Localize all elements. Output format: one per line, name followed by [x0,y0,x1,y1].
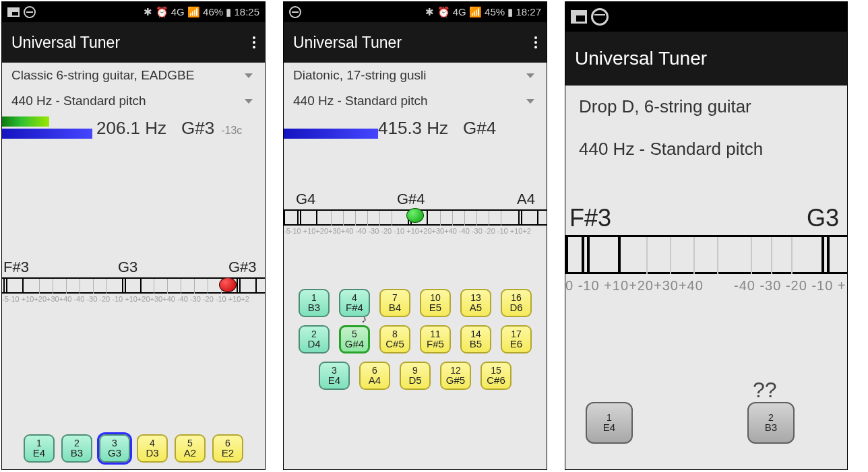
string-chip[interactable]: 2D4 [299,325,330,353]
string-chip[interactable]: 16D6 [501,289,532,317]
strings-row-1: 1B34F#47B410E513A516D6 [284,285,547,321]
chevron-down-icon [526,99,534,104]
scale-mid: G#4 [397,191,425,208]
tuning-scale: G4 G#4 A4 -5-10 +10+20+30+40 -40 -30 -20… [284,191,547,251]
string-chip[interactable]: 2 B3 [747,402,795,444]
string-chip[interactable]: 2B3 [61,434,92,463]
string-chip[interactable]: 15C#6 [480,362,512,390]
image-icon [571,10,587,24]
screen-1: ✱ ⏰ 4G 📶 46% ▮ 18:25 Universal Tuner Cla… [1,1,266,470]
string-chip[interactable]: 10E5 [420,289,451,317]
string-chip[interactable]: 7B4 [379,289,410,317]
chevron-down-icon [245,99,253,104]
dnd-icon [591,8,609,26]
pitch-dropdown[interactable]: 440 Hz - Standard pitch [565,128,847,170]
question-icon: ?? [753,378,777,403]
axis-sub-right: -40 -30 -20 -10 +1 [734,278,848,294]
strings-row: ?? 1 E4 2 B3 [565,382,847,469]
bar-blue [284,129,378,139]
axis-sub-left: 0 -10 +10+20+30+40 [565,278,704,294]
axis-sub: -5-10 +10+20+30+40 -40 -30 -20 -10 +10+2… [2,295,249,303]
pitch-dropdown[interactable]: 440 Hz - Standard pitch [284,88,547,114]
string-chip[interactable]: 3E4 [319,362,350,390]
overflow-menu-icon[interactable] [253,36,255,48]
scale-axis [565,235,847,274]
string-chip[interactable]: 6A4 [359,362,390,390]
strings-row-3: 3E46A49D512G#515C#6 [284,358,547,394]
image-icon [7,7,20,17]
tuning-label: Drop D, 6-string guitar [579,96,751,116]
scale-right: G#3 [228,259,257,276]
status-right: ✱ ⏰ 4G 📶 46% ▮ 18:25 [144,6,259,18]
pitch-label: 440 Hz - Standard pitch [579,139,763,159]
string-chip[interactable]: 3G3 [99,434,130,463]
tuning-label: Diatonic, 17-string gusli [293,68,426,83]
title-bar: Universal Tuner [565,32,847,86]
frequency-readout: 206.1 Hz G#3 -13c [96,118,242,139]
cents-value: -13c [221,125,242,137]
note-value: G#4 [463,118,496,139]
volume-bars: 415.3 Hz G#4 [284,116,547,150]
tuning-scale: F#3 G3 0 -10 +10+20+30+40 -40 -30 -20 -1… [565,204,847,305]
dnd-icon [24,6,36,18]
string-chip[interactable]: 1 E4 [586,402,633,444]
scale-left: F#3 [569,204,611,232]
overflow-menu-icon[interactable] [534,36,537,48]
string-chip[interactable]: 9D5 [400,362,431,390]
pitch-label: 440 Hz - Standard pitch [293,94,428,108]
title-bar: Universal Tuner [284,22,547,63]
chevron-down-icon [526,73,534,78]
string-chip[interactable]: 1E4 [24,434,55,463]
scale-left: F#3 [3,259,29,276]
string-chip[interactable]: 11F#5 [420,325,451,353]
string-chip[interactable]: 13A5 [460,289,491,317]
string-chip[interactable]: 17E6 [501,325,532,353]
status-right: ✱ ⏰ 4G 📶 45% ▮ 18:27 [425,6,541,18]
status-bar: ✱ ⏰ 4G 📶 45% ▮ 18:27 [284,2,547,22]
string-chip[interactable]: 5G#4 [339,325,370,353]
note-value: G#3 [181,118,214,139]
tuning-dropdown[interactable]: Diatonic, 17-string gusli [284,63,547,88]
title-bar: Universal Tuner [2,22,265,63]
pitch-indicator [406,208,424,223]
freq-value: 415.3 Hz [378,118,448,139]
app-title: Universal Tuner [575,48,707,69]
volume-bars: 206.1 Hz G#3 -13c [2,116,265,150]
string-chip[interactable]: 1B3 [299,289,330,317]
scale-right: A4 [517,191,535,208]
axis-sub: -5-10 +10+20+30+40 -40 -30 -20 -10 +10+2… [284,227,531,235]
tuning-label: Classic 6-string guitar, EADGBE [11,68,194,83]
screen-2: ✱ ⏰ 4G 📶 45% ▮ 18:27 Universal Tuner Dia… [283,1,547,470]
bar-blue [2,129,92,139]
dnd-icon [289,6,301,18]
string-chip[interactable]: 5A2 [175,434,206,463]
freq-value: 206.1 Hz [96,118,166,139]
scale-left: G4 [296,191,315,208]
frequency-readout: 415.3 Hz G#4 [378,118,496,139]
string-chip[interactable]: 14B5 [460,325,491,353]
string-chip[interactable]: 8C#5 [379,325,410,353]
pitch-dropdown[interactable]: 440 Hz - Standard pitch [2,88,265,114]
bar-green [2,116,49,127]
scale-right: G3 [807,204,839,232]
screen-3: Universal Tuner Drop D, 6-string guitar … [565,1,848,470]
tuning-scale: F#3 G3 G#3 -5-10 +10+20+30+40 -40 -30 -2… [2,259,265,319]
string-chip[interactable]: 4D3 [137,434,168,463]
pitch-indicator [219,277,237,292]
strings-row: 1E42B33G34D35A26E2 [2,428,265,469]
note-tail-icon: ♪ [361,313,367,325]
strings-row-2: ♪ 2D45G#48C#511F#514B517E6 [284,321,547,358]
chevron-down-icon [245,73,253,78]
string-chip[interactable]: 6E2 [212,434,243,463]
tuning-dropdown[interactable]: Classic 6-string guitar, EADGBE [2,63,265,88]
status-bar: ✱ ⏰ 4G 📶 46% ▮ 18:25 [2,2,265,22]
app-title: Universal Tuner [293,34,402,52]
pitch-label: 440 Hz - Standard pitch [11,94,146,108]
status-bar [565,2,847,32]
app-title: Universal Tuner [11,34,120,52]
scale-mid: G3 [118,259,137,276]
string-chip[interactable]: 12G#5 [440,362,471,390]
tuning-dropdown[interactable]: Drop D, 6-string guitar [565,86,847,128]
